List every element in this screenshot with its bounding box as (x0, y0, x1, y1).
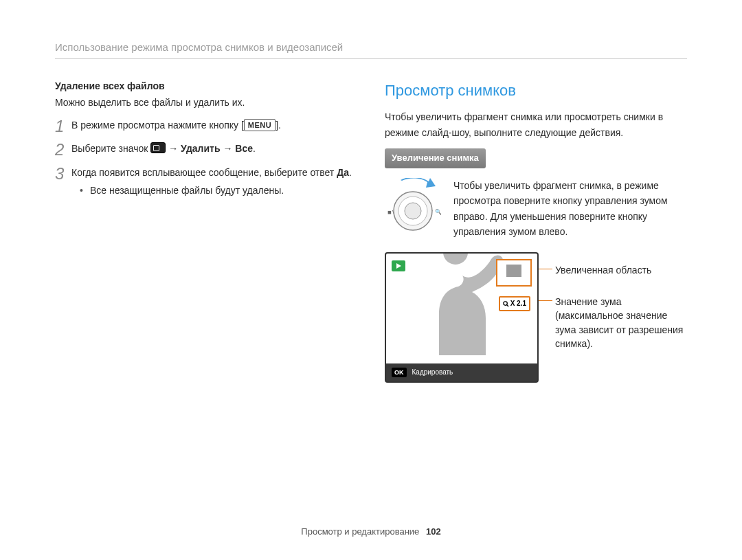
step-text: Выберите значок (71, 143, 150, 154)
step-body: В режиме просмотра нажмите кнопку [MENU]… (71, 117, 357, 133)
step-bold-1: Удалить (181, 143, 220, 154)
arrow-icon (401, 178, 436, 188)
bullet-item: Все незащищенные файлы будут удалены. (80, 183, 357, 198)
step-bold: Да (337, 167, 349, 178)
zoom-description: Чтобы увеличить фрагмент снимка, в режим… (453, 178, 687, 240)
play-icon (392, 260, 405, 271)
breadcrumb: Использование режима просмотра снимков и… (55, 41, 687, 59)
svg-point-6 (504, 302, 507, 305)
preview-block: X 2.1 OK Кадрировать Увеличенная область… (385, 252, 687, 383)
zoom-dial-illustration: ◼ W T 🔍 (385, 178, 441, 241)
section-title: Просмотр снимков (385, 78, 687, 102)
callouts: Увеличенная область Значение зума (макси… (548, 252, 687, 380)
step-3-bullets: Все незащищенные файлы будут удалены. (71, 183, 357, 198)
enlarged-area-indicator (506, 265, 521, 277)
step-suffix: . (253, 143, 256, 154)
picture-in-picture (496, 259, 532, 287)
bullet-text: Все незащищенные файлы будут удалены. (90, 183, 284, 198)
svg-line-7 (506, 304, 508, 306)
ok-button-icon: OK (392, 368, 407, 377)
preview-footer-bar: OK Кадрировать (386, 363, 537, 381)
step-1: 1 В режиме просмотра нажмите кнопку [MEN… (55, 117, 357, 135)
step-bold-2: Все (235, 143, 253, 154)
right-intro: Чтобы увеличить фрагмент снимка или прос… (385, 109, 687, 140)
step-text-after: ]. (276, 120, 281, 131)
step-text: В режиме просмотра нажмите кнопку [ (71, 120, 244, 131)
svg-point-4 (405, 203, 421, 219)
step-2: 2 Выберите значок → Удалить → Все. (55, 141, 357, 159)
storage-icon (150, 142, 166, 153)
zoom-value-text: X 2.1 (510, 298, 526, 309)
arrow: → (221, 143, 236, 154)
left-column: Удаление всех файлов Можно выделить все … (55, 78, 357, 383)
menu-icon: MENU (244, 119, 276, 131)
step-number: 2 (55, 141, 71, 159)
step-3: 3 Когда появится всплывающее сообщение, … (55, 165, 357, 204)
callout-area: Увеличенная область (555, 263, 651, 277)
arrow: → (166, 143, 181, 154)
step-text: Когда появится всплывающее сообщение, вы… (71, 167, 337, 178)
zoom-block: ◼ W T 🔍 Чтобы увеличить фрагмент снимка,… (385, 178, 687, 241)
svg-marker-5 (396, 263, 401, 269)
step-body: Выберите значок → Удалить → Все. (71, 141, 357, 156)
content-columns: Удаление всех файлов Можно выделить все … (55, 78, 687, 383)
leader-line (539, 269, 552, 269)
svg-text:◼: ◼ (387, 210, 392, 214)
leader-line (539, 300, 552, 301)
zoom-value-badge: X 2.1 (499, 296, 530, 311)
footer-action-label: Кадрировать (412, 367, 453, 378)
footer-section: Просмотр и редактирование (301, 526, 419, 537)
callout-zoom: Значение зума (максимальное значение зум… (555, 295, 687, 350)
steps-list: 1 В режиме просмотра нажмите кнопку [MEN… (55, 117, 357, 204)
magnifier-icon (503, 301, 509, 307)
step-body: Когда появится всплывающее сообщение, вы… (71, 165, 357, 204)
page-footer: Просмотр и редактирование 102 (0, 526, 742, 537)
step-number: 1 (55, 117, 71, 135)
svg-text:🔍: 🔍 (435, 208, 441, 215)
step-number: 3 (55, 165, 71, 183)
subsection-heading: Увеличение снимка (385, 148, 486, 168)
left-intro: Можно выделить все файлы и удалить их. (55, 95, 357, 110)
left-sub-heading: Удаление всех файлов (55, 80, 165, 91)
preview-frame: X 2.1 OK Кадрировать (385, 252, 539, 383)
right-column: Просмотр снимков Чтобы увеличить фрагмен… (385, 78, 687, 383)
page: Использование режима просмотра снимков и… (0, 0, 742, 560)
step-suffix: . (349, 167, 352, 178)
page-number: 102 (426, 526, 441, 537)
